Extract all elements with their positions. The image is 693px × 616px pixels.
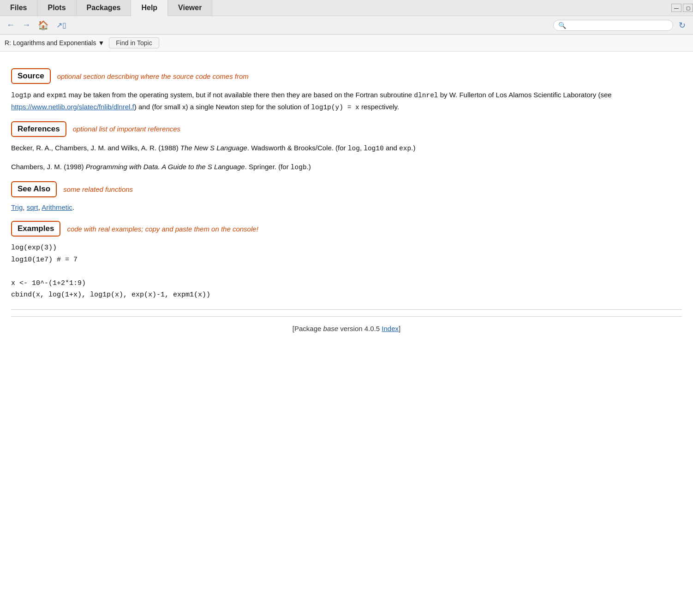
- source-content: log1p and expm1 may be taken from the op…: [11, 89, 682, 113]
- source-section-header: Source optional section describing where…: [11, 68, 682, 84]
- source-badge: Source: [11, 68, 51, 84]
- code-line-4: cbind(x, log(1+x), log1p(x), exp(x)-1, e…: [11, 289, 682, 301]
- find-in-topic-button[interactable]: Find in Topic: [109, 37, 159, 48]
- footer-pkg-name: base: [323, 325, 339, 332]
- see-also-desc: some related functions: [63, 184, 133, 195]
- back-button[interactable]: ←: [4, 19, 18, 31]
- references-badge: References: [11, 121, 66, 137]
- footer-text-after: ]: [399, 325, 400, 332]
- home-icon: 🏠: [38, 20, 49, 30]
- search-input[interactable]: [568, 22, 668, 29]
- trig-link[interactable]: Trig: [11, 203, 23, 211]
- references-desc: optional list of important references: [73, 124, 180, 134]
- see-also-links: Trig, sqrt, Arithmetic.: [11, 202, 682, 213]
- minimize-button[interactable]: —: [671, 4, 681, 12]
- source-text1: log1p and expm1 may be taken from the op…: [11, 91, 612, 110]
- footer-text-before: [Package: [293, 325, 323, 332]
- window-controls: — ▢: [670, 0, 693, 16]
- dlnrel-link[interactable]: https://www.netlib.org/slatec/fnlib/dlnr…: [11, 103, 134, 111]
- reference-1: Becker, R. A., Chambers, J. M. and Wilks…: [11, 142, 682, 154]
- source-desc: optional section describing where the so…: [57, 71, 249, 82]
- examples-code: log(exp(3)) log10(1e7) # = 7 x <- 10^-(1…: [11, 242, 682, 301]
- content-area: Source optional section describing where…: [0, 52, 693, 616]
- tab-files[interactable]: Files: [0, 0, 37, 16]
- tab-help[interactable]: Help: [131, 0, 168, 16]
- examples-badge: Examples: [11, 221, 60, 237]
- search-icon: 🔍: [558, 22, 566, 29]
- examples-desc: code with real examples; copy and paste …: [67, 224, 258, 234]
- main-window: Files Plots Packages Help Viewer — ▢ ← →…: [0, 0, 693, 616]
- code-line-3: x <- 10^-(1+2*1:9): [11, 278, 682, 290]
- tab-viewer[interactable]: Viewer: [168, 0, 212, 16]
- export-button[interactable]: ↗▯: [54, 20, 69, 30]
- footer-text-middle: version 4.0.5: [338, 325, 382, 332]
- forward-button[interactable]: →: [19, 19, 33, 31]
- address-bar: R: Logarithms and Exponentials ▼ Find in…: [0, 35, 693, 52]
- reference-2: Chambers, J. M. (1998) Programming with …: [11, 161, 682, 173]
- references-section-header: References optional list of important re…: [11, 121, 682, 137]
- topic-dropdown[interactable]: R: Logarithms and Exponentials ▼: [5, 39, 104, 47]
- index-link[interactable]: Index: [382, 325, 399, 332]
- refresh-button[interactable]: ↻: [675, 19, 689, 31]
- examples-section-header: Examples code with real examples; copy a…: [11, 221, 682, 237]
- export-icon: ↗▯: [56, 21, 66, 29]
- code-line-2: log10(1e7) # = 7: [11, 254, 682, 266]
- see-also-badge: See Also: [11, 181, 57, 197]
- home-button[interactable]: 🏠: [35, 19, 52, 31]
- search-box: 🔍: [553, 20, 673, 31]
- code-line-1: log(exp(3)): [11, 242, 682, 254]
- tab-bar: Files Plots Packages Help Viewer — ▢: [0, 0, 693, 16]
- tab-plots[interactable]: Plots: [37, 0, 76, 16]
- tab-packages[interactable]: Packages: [77, 0, 131, 16]
- sqrt-link[interactable]: sqrt: [27, 203, 38, 211]
- arithmetic-link[interactable]: Arithmetic: [42, 203, 72, 211]
- topic-label: R: Logarithms and Exponentials: [5, 39, 96, 47]
- footer: [Package base version 4.0.5 Index]: [11, 316, 682, 340]
- see-also-section-header: See Also some related functions: [11, 181, 682, 197]
- maximize-button[interactable]: ▢: [683, 4, 693, 12]
- toolbar: ← → 🏠 ↗▯ 🔍 ↻: [0, 16, 693, 35]
- dropdown-arrow-icon: ▼: [98, 39, 104, 47]
